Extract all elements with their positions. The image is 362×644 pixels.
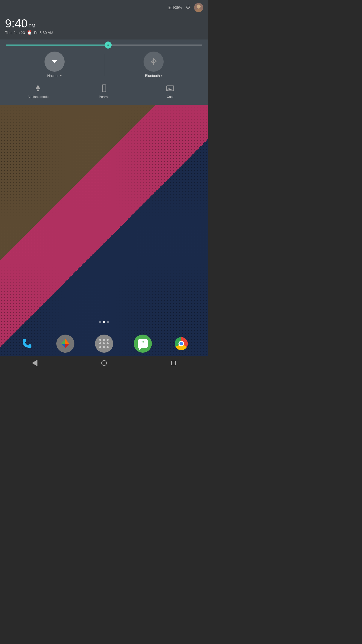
page-dot-1[interactable] bbox=[103, 321, 105, 323]
chrome-ring bbox=[175, 337, 188, 350]
bluetooth-expand-icon[interactable]: ▾ bbox=[161, 74, 162, 77]
hangouts-app-icon[interactable]: " bbox=[134, 335, 152, 353]
airplane-label: Airplane mode bbox=[27, 95, 49, 99]
wifi-icon bbox=[49, 56, 60, 67]
quick-settings: ✦ Nachos ▾ bbox=[0, 39, 208, 105]
drawer-dot bbox=[99, 342, 101, 344]
wifi-toggle[interactable]: Nachos ▾ bbox=[5, 52, 104, 78]
drawer-dot bbox=[107, 339, 109, 341]
time-display: 9:40 PM bbox=[5, 18, 203, 29]
portrait-toggle[interactable]: Portrait bbox=[71, 84, 137, 99]
battery-info: 39% bbox=[168, 6, 182, 10]
nav-launcher-icon[interactable] bbox=[56, 335, 74, 353]
quick-toggle-row: Airplane mode Portrait Cast bbox=[5, 84, 203, 99]
svg-point-1 bbox=[197, 5, 201, 9]
svg-point-11 bbox=[104, 91, 105, 92]
brightness-thumb[interactable]: ✦ bbox=[105, 42, 112, 49]
brightness-slider[interactable]: ✦ bbox=[6, 45, 202, 46]
svg-marker-15 bbox=[65, 344, 69, 348]
hangouts-quote-mark: " bbox=[141, 340, 144, 346]
clock-area: 9:40 PM Thu, Jun 23 ⏰ Fri 8:30 AM bbox=[0, 15, 208, 39]
svg-marker-17 bbox=[61, 344, 65, 348]
drawer-dot bbox=[103, 339, 105, 341]
portrait-label: Portrait bbox=[99, 95, 109, 99]
airplane-icon bbox=[33, 84, 42, 93]
drawer-dot bbox=[103, 342, 105, 344]
svg-marker-16 bbox=[61, 339, 65, 344]
drawer-dot bbox=[107, 342, 109, 344]
phone-icon bbox=[20, 337, 33, 350]
settings-icon[interactable]: ⚙ bbox=[186, 4, 191, 11]
battery-percent: 39% bbox=[175, 6, 182, 10]
phone-app-icon[interactable] bbox=[18, 335, 36, 353]
bluetooth-label-row: Bluetooth ▾ bbox=[145, 74, 162, 78]
brightness-fill bbox=[6, 45, 108, 46]
sun-icon: ✦ bbox=[106, 43, 110, 48]
avatar[interactable] bbox=[194, 3, 203, 12]
svg-point-13 bbox=[166, 90, 167, 91]
dock: " bbox=[0, 332, 208, 355]
svg-line-6 bbox=[154, 61, 156, 63]
nav-color-icon-svg bbox=[60, 338, 71, 349]
drawer-dot bbox=[103, 346, 105, 348]
page-dot-0[interactable] bbox=[99, 321, 101, 323]
cast-icon bbox=[166, 84, 175, 93]
drawer-dot bbox=[99, 346, 101, 348]
svg-rect-9 bbox=[102, 85, 106, 92]
battery-icon bbox=[168, 6, 174, 9]
alarm-time: Fri 8:30 AM bbox=[34, 30, 53, 35]
status-bar: 39% ⚙ bbox=[0, 0, 208, 15]
drawer-dot bbox=[107, 346, 109, 348]
time-main: 9:40 bbox=[5, 18, 28, 29]
cast-toggle[interactable]: Cast bbox=[137, 84, 203, 99]
cast-label: Cast bbox=[167, 95, 173, 99]
toggle-row: Nachos ▾ Bluetooth bbox=[5, 52, 203, 78]
app-drawer-icon[interactable] bbox=[95, 335, 113, 353]
wifi-circle bbox=[44, 52, 65, 72]
home-circle-icon bbox=[101, 360, 107, 366]
portrait-icon bbox=[100, 84, 109, 93]
brightness-row[interactable]: ✦ bbox=[5, 45, 203, 46]
svg-line-5 bbox=[154, 58, 156, 61]
bluetooth-circle bbox=[144, 52, 164, 72]
bluetooth-icon bbox=[148, 56, 159, 67]
back-button[interactable] bbox=[27, 356, 42, 370]
app-drawer-grid bbox=[99, 339, 109, 348]
page-dots bbox=[99, 321, 109, 323]
chrome-app-icon[interactable] bbox=[172, 335, 190, 353]
drawer-dot bbox=[99, 339, 101, 341]
bluetooth-label: Bluetooth bbox=[145, 74, 160, 78]
wifi-label-row: Nachos ▾ bbox=[47, 74, 62, 78]
page-dot-2[interactable] bbox=[107, 321, 109, 323]
hangouts-bubble: " bbox=[138, 339, 148, 348]
svg-marker-3 bbox=[52, 60, 57, 63]
home-button[interactable] bbox=[97, 356, 112, 370]
wifi-expand-icon[interactable]: ▾ bbox=[60, 74, 62, 77]
status-bar-right: 39% ⚙ bbox=[168, 3, 203, 12]
battery-fill bbox=[169, 7, 170, 9]
date-alarm: Thu, Jun 23 ⏰ Fri 8:30 AM bbox=[5, 30, 203, 35]
back-triangle-icon bbox=[32, 360, 37, 366]
recents-button[interactable] bbox=[166, 356, 181, 370]
airplane-mode-toggle[interactable]: Airplane mode bbox=[5, 84, 71, 99]
alarm-icon: ⏰ bbox=[27, 30, 32, 35]
wifi-label: Nachos bbox=[47, 74, 59, 78]
chrome-center bbox=[178, 341, 184, 346]
recents-square-icon bbox=[171, 361, 176, 365]
date-text: Thu, Jun 23 bbox=[5, 30, 25, 35]
nav-bar bbox=[0, 356, 208, 370]
time-ampm: PM bbox=[29, 23, 35, 29]
notification-shade: 39% ⚙ 9:40 PM Thu, Jun 23 ⏰ Fri 8:30 AM bbox=[0, 0, 208, 105]
svg-marker-14 bbox=[65, 339, 69, 344]
bluetooth-toggle[interactable]: Bluetooth ▾ bbox=[104, 52, 203, 78]
